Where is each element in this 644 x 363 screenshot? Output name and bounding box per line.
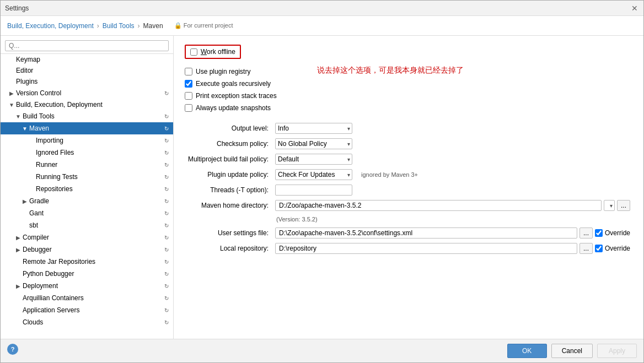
sidebar-item-maven[interactable]: ▼ Maven ↻ [1, 122, 173, 134]
threads-cell [273, 182, 632, 198]
title-bar: Settings ✕ [1, 1, 643, 16]
user-settings-input[interactable] [275, 227, 577, 239]
execute-goals-label[interactable]: Execute goals recursively [196, 80, 271, 88]
sidebar-item-compiler[interactable]: ▶ Compiler ↻ [1, 231, 173, 243]
checksum-policy-select[interactable]: No Global Policy Fail Warn [275, 138, 352, 149]
sidebar-item-python-debugger[interactable]: Python Debugger ↻ [1, 268, 173, 280]
sidebar-item-runner[interactable]: Runner ↻ [1, 159, 173, 171]
sidebar-item-ignored-files[interactable]: Ignored Files ↻ [1, 147, 173, 159]
breadcrumb-part1[interactable]: Build, Execution, Deployment [7, 22, 94, 30]
sidebar-item-debugger[interactable]: ▶ Debugger ↻ [1, 243, 173, 256]
multiproject-select[interactable]: Default Fail at End Never Fail [275, 154, 352, 165]
maven-home-row: Maven home directory: ... [185, 198, 632, 213]
maven-home-label: Maven home directory: [185, 198, 273, 213]
breadcrumb: Build, Execution, Deployment › Build Too… [1, 16, 643, 36]
multiproject-cell: Default Fail at End Never Fail [273, 151, 632, 167]
use-plugin-registry-checkbox[interactable] [185, 68, 192, 75]
sidebar-item-sbt[interactable]: sbt ↻ [1, 219, 173, 231]
always-update-checkbox[interactable] [185, 104, 192, 112]
reload-icon-build-tools: ↻ [162, 112, 171, 121]
help-button[interactable]: ? [7, 344, 18, 355]
current-project-icon: 🔒 [174, 22, 182, 29]
sidebar-item-deployment[interactable]: ▶ Deployment ↻ [1, 280, 173, 292]
execute-goals-checkbox[interactable] [185, 80, 192, 88]
work-offline-checkbox[interactable] [190, 48, 197, 56]
search-area [1, 38, 173, 54]
sidebar-item-editor[interactable]: Editor [1, 65, 173, 76]
sidebar-item-importing[interactable]: Importing ↻ [1, 134, 173, 147]
sidebar-label-version-control: Version Control [16, 89, 162, 97]
local-repo-cell: ... Override [273, 241, 632, 256]
sidebar-item-arquillian[interactable]: Arquillian Containers ↻ [1, 292, 173, 304]
threads-input[interactable] [275, 185, 352, 196]
local-repo-browse-button[interactable]: ... [579, 243, 593, 254]
expander-version-control: ▶ [7, 90, 16, 96]
maven-home-dropdown[interactable] [604, 200, 615, 211]
reload-icon-ignored-files: ↻ [162, 148, 171, 157]
expander-build-exec: ▼ [7, 102, 16, 108]
user-settings-path-row: ... Override [275, 227, 630, 239]
sidebar-item-clouds[interactable]: Clouds ↻ [1, 316, 173, 328]
sidebar-label-keymap: Keymap [16, 56, 173, 63]
local-repo-override-checkbox[interactable] [595, 245, 603, 252]
sidebar-item-gant[interactable]: Gant ↻ [1, 207, 173, 219]
maven-home-browse-button[interactable]: ... [617, 200, 630, 211]
reload-icon-version-control: ↻ [162, 89, 171, 97]
content-area: Keymap Editor Plugins ▶ Version Control … [1, 36, 643, 339]
sidebar-item-build-tools[interactable]: ▼ Build Tools ↻ [1, 110, 173, 122]
search-input[interactable] [5, 40, 169, 51]
checksum-policy-wrapper: No Global Policy Fail Warn [275, 138, 352, 149]
plugin-update-select[interactable]: Check For Updates Do Not Update Always U… [275, 169, 352, 180]
sidebar-item-app-servers[interactable]: Application Servers ↻ [1, 304, 173, 316]
reload-icon-deployment: ↻ [162, 281, 171, 290]
sidebar-item-repositories[interactable]: Repositories ↻ [1, 183, 173, 195]
local-repo-input[interactable] [275, 243, 577, 254]
sidebar-item-build-exec-deploy[interactable]: ▼ Build, Execution, Deployment [1, 99, 173, 110]
local-repo-override-label[interactable]: Override [605, 245, 630, 252]
expander-gradle: ▶ [20, 198, 29, 204]
user-settings-browse-button[interactable]: ... [579, 227, 593, 239]
sidebar-item-version-control[interactable]: ▶ Version Control ↻ [1, 87, 173, 99]
print-exception-label[interactable]: Print exception stack traces [196, 92, 277, 100]
expander-debugger: ▶ [14, 247, 23, 253]
work-offline-highlighted: Work offline [185, 45, 241, 59]
user-settings-override-label[interactable]: Override [605, 229, 630, 237]
sidebar-label-build-tools: Build Tools [23, 112, 162, 120]
local-repo-row: Local repository: ... Override [185, 241, 632, 256]
always-update-row: Always update snapshots [185, 104, 632, 112]
always-update-label[interactable]: Always update snapshots [196, 104, 271, 112]
checksum-policy-label: Checksum policy: [185, 136, 273, 151]
sidebar-label-build-exec: Build, Execution, Deployment [16, 101, 173, 109]
sidebar-label-maven: Maven [29, 124, 162, 132]
cancel-button[interactable]: Cancel [551, 344, 593, 358]
apply-button[interactable]: Apply [597, 344, 637, 358]
ok-button[interactable]: OK [507, 344, 547, 358]
reload-icon-gant: ↻ [162, 209, 171, 218]
maven-version-text: (Version: 3.5.2) [275, 216, 318, 223]
user-settings-override-checkbox[interactable] [595, 229, 603, 237]
sidebar-label-gant: Gant [29, 209, 162, 217]
maven-home-input[interactable] [275, 200, 602, 211]
use-plugin-registry-label[interactable]: Use plugin registry [196, 68, 250, 75]
sidebar-item-gradle[interactable]: ▶ Gradle ↻ [1, 195, 173, 207]
print-exception-checkbox[interactable] [185, 92, 192, 100]
sidebar-label-app-servers: Application Servers [23, 306, 162, 314]
reload-icon-python-debugger: ↻ [162, 269, 171, 278]
sidebar-item-remote-jar[interactable]: Remote Jar Repositories ↻ [1, 256, 173, 268]
sidebar-item-running-tests[interactable]: Running Tests ↻ [1, 171, 173, 183]
breadcrumb-part2[interactable]: Build Tools [103, 22, 135, 30]
work-offline-label[interactable]: Work offline [201, 48, 235, 56]
sidebar-label-editor: Editor [16, 67, 173, 74]
annotation-text: 说去掉这个选项，可是我本身就已经去掉了 [317, 66, 464, 75]
sidebar-item-plugins[interactable]: Plugins [1, 76, 173, 87]
breadcrumb-sep1: › [97, 22, 99, 30]
maven-form: Output level: Info Debug Warning Error [185, 121, 632, 256]
output-level-select[interactable]: Info Debug Warning Error [275, 123, 352, 134]
plugin-update-label: Plugin update policy: [185, 167, 273, 182]
close-button[interactable]: ✕ [630, 4, 639, 13]
sidebar-label-gradle: Gradle [29, 197, 162, 205]
sidebar-label-sbt: sbt [29, 221, 162, 229]
main-area: Build, Execution, Deployment › Build Too… [1, 16, 643, 362]
sidebar-item-keymap[interactable]: Keymap [1, 54, 173, 65]
plugin-update-note: ignored by Maven 3+ [361, 171, 418, 178]
